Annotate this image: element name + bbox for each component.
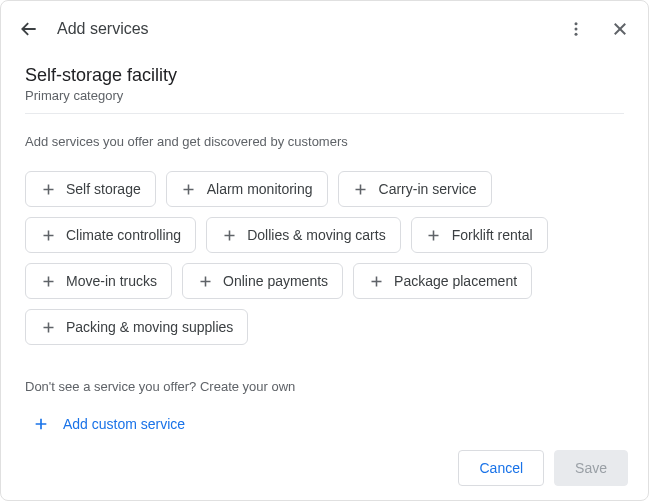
service-chip-label: Dollies & moving carts bbox=[247, 227, 386, 243]
service-chip-label: Online payments bbox=[223, 273, 328, 289]
more-vert-icon bbox=[567, 20, 585, 38]
plus-icon bbox=[40, 227, 56, 243]
dialog-title: Add services bbox=[57, 20, 564, 38]
service-chip[interactable]: Forklift rental bbox=[411, 217, 548, 253]
plus-icon bbox=[40, 181, 56, 197]
svg-point-3 bbox=[575, 33, 578, 36]
plus-icon bbox=[197, 273, 213, 289]
service-chip[interactable]: Alarm monitoring bbox=[166, 171, 328, 207]
add-custom-service-label: Add custom service bbox=[63, 416, 185, 432]
category-title: Self-storage facility bbox=[25, 65, 624, 86]
plus-icon bbox=[33, 416, 49, 432]
plus-icon bbox=[40, 273, 56, 289]
service-chip[interactable]: Package placement bbox=[353, 263, 532, 299]
custom-service-prompt: Don't see a service you offer? Create yo… bbox=[25, 379, 624, 394]
service-chip[interactable]: Online payments bbox=[182, 263, 343, 299]
divider bbox=[25, 113, 624, 114]
more-options-button[interactable] bbox=[564, 17, 588, 41]
plus-icon bbox=[40, 319, 56, 335]
arrow-left-icon bbox=[19, 19, 39, 39]
service-chips-container: Self storageAlarm monitoringCarry-in ser… bbox=[25, 171, 624, 345]
dialog-content: Self-storage facility Primary category A… bbox=[1, 57, 648, 436]
service-chip-label: Package placement bbox=[394, 273, 517, 289]
service-chip-label: Self storage bbox=[66, 181, 141, 197]
plus-icon bbox=[426, 227, 442, 243]
plus-icon bbox=[353, 181, 369, 197]
cancel-button-label: Cancel bbox=[479, 460, 523, 476]
close-icon bbox=[611, 20, 629, 38]
header-actions bbox=[564, 17, 632, 41]
cancel-button[interactable]: Cancel bbox=[458, 450, 544, 486]
service-chip-label: Carry-in service bbox=[379, 181, 477, 197]
plus-icon bbox=[368, 273, 384, 289]
svg-point-1 bbox=[575, 22, 578, 25]
back-button[interactable] bbox=[17, 17, 41, 41]
close-button[interactable] bbox=[608, 17, 632, 41]
category-subtitle: Primary category bbox=[25, 88, 624, 103]
add-custom-service-button[interactable]: Add custom service bbox=[25, 412, 193, 436]
instruction-text: Add services you offer and get discovere… bbox=[25, 134, 624, 149]
service-chip-label: Alarm monitoring bbox=[207, 181, 313, 197]
dialog-header: Add services bbox=[1, 1, 648, 57]
service-chip[interactable]: Dollies & moving carts bbox=[206, 217, 401, 253]
service-chip[interactable]: Climate controlling bbox=[25, 217, 196, 253]
dialog-footer: Cancel Save bbox=[458, 450, 628, 486]
save-button: Save bbox=[554, 450, 628, 486]
save-button-label: Save bbox=[575, 460, 607, 476]
service-chip-label: Forklift rental bbox=[452, 227, 533, 243]
service-chip[interactable]: Packing & moving supplies bbox=[25, 309, 248, 345]
plus-icon bbox=[181, 181, 197, 197]
service-chip-label: Packing & moving supplies bbox=[66, 319, 233, 335]
svg-point-2 bbox=[575, 28, 578, 31]
service-chip-label: Climate controlling bbox=[66, 227, 181, 243]
service-chip[interactable]: Carry-in service bbox=[338, 171, 492, 207]
plus-icon bbox=[221, 227, 237, 243]
service-chip[interactable]: Move-in trucks bbox=[25, 263, 172, 299]
service-chip[interactable]: Self storage bbox=[25, 171, 156, 207]
service-chip-label: Move-in trucks bbox=[66, 273, 157, 289]
